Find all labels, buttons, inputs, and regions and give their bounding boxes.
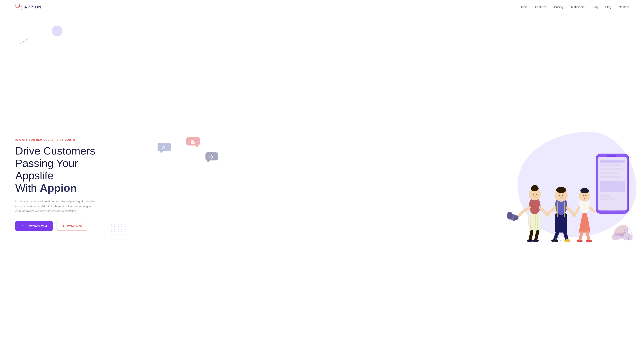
hero-title: Drive Customers Passing Your Appslife Wi…: [15, 145, 115, 194]
download-icon: [21, 224, 24, 228]
brand-name: APPION: [24, 4, 42, 10]
svg-point-61: [583, 195, 584, 196]
deco-circle: [52, 26, 62, 36]
svg-rect-0: [16, 4, 20, 8]
svg-line-38: [530, 232, 532, 240]
main-illustration: [498, 148, 632, 244]
hero-title-line2: Passing Your Appslife: [15, 157, 78, 182]
nav-link-faq[interactable]: Faq: [593, 5, 598, 9]
svg-marker-7: [207, 160, 210, 163]
nav-item-home[interactable]: Home: [520, 5, 528, 9]
svg-point-64: [573, 214, 576, 217]
svg-rect-6: [206, 152, 218, 160]
nav-item-pricing[interactable]: Pricing: [554, 5, 563, 9]
svg-line-67: [587, 232, 589, 240]
svg-rect-15: [600, 181, 625, 192]
nav-link-home[interactable]: Home: [520, 5, 528, 9]
svg-line-33: [518, 212, 523, 216]
hero-left: 30% OFF FOR NEW USERS FOR 1 MONTH Drive …: [15, 138, 115, 230]
svg-point-41: [533, 240, 539, 242]
svg-marker-5: [196, 146, 198, 148]
nav-link-blog[interactable]: Blog: [605, 5, 611, 9]
svg-point-36: [507, 212, 513, 220]
svg-rect-17: [600, 198, 615, 200]
svg-rect-19: [606, 210, 616, 212]
nav-link-contact[interactable]: Contact: [619, 5, 629, 9]
navbar: APPION Home Features Pricing Testimonial…: [0, 0, 644, 14]
nav-link-features[interactable]: Features: [535, 5, 546, 9]
nav-item-contact[interactable]: Contact: [619, 5, 629, 9]
svg-rect-10: [600, 160, 625, 162]
hero-section: 30% OFF FOR NEW USERS FOR 1 MONTH Drive …: [0, 14, 644, 359]
hero-title-line1: Drive Customers: [15, 145, 95, 157]
svg-rect-12: [600, 168, 623, 170]
svg-point-68: [576, 240, 583, 242]
nav-item-features[interactable]: Features: [535, 5, 546, 9]
svg-point-29: [532, 185, 538, 190]
svg-rect-11: [600, 164, 621, 166]
svg-rect-18: [606, 156, 616, 158]
hero-description: Lorem ipsum dolor sit amet consectetur a…: [15, 199, 96, 214]
svg-line-39: [536, 232, 538, 240]
deco-line: [20, 38, 28, 44]
hero-title-line3-plain: With: [15, 182, 40, 194]
svg-point-40: [527, 240, 533, 242]
hero-cta: Download V1.4 Watch Now: [15, 221, 115, 231]
svg-point-47: [556, 187, 566, 193]
svg-line-24: [535, 214, 536, 231]
svg-point-60: [580, 188, 589, 194]
chat-bubble-1: [157, 142, 172, 154]
svg-line-65: [590, 208, 594, 212]
svg-point-51: [545, 213, 549, 216]
play-icon: [62, 224, 65, 228]
chat-bubble-2: [186, 137, 201, 148]
svg-point-49: [562, 194, 563, 196]
svg-line-55: [565, 232, 567, 240]
svg-point-69: [586, 240, 592, 242]
svg-point-30: [533, 194, 534, 195]
svg-rect-14: [600, 176, 622, 178]
svg-line-25: [538, 214, 538, 231]
hero-illustration: [115, 127, 629, 242]
svg-line-23: [533, 214, 533, 231]
promo-label: 30% OFF FOR NEW USERS FOR 1 MONTH: [15, 138, 115, 141]
svg-line-22: [530, 214, 531, 230]
svg-point-48: [559, 194, 560, 196]
logo-icon: [15, 4, 22, 11]
svg-point-57: [564, 239, 570, 242]
svg-rect-16: [600, 195, 612, 197]
nav-item-blog[interactable]: Blog: [605, 5, 611, 9]
nav-item-faq[interactable]: Faq: [593, 5, 598, 9]
nav-link-pricing[interactable]: Pricing: [554, 5, 563, 9]
watch-now-button[interactable]: Watch Now: [56, 221, 88, 230]
nav-link-testimonial[interactable]: Testimonial: [570, 5, 585, 9]
hero-title-brand: Appion: [40, 182, 77, 194]
svg-line-37: [540, 208, 546, 213]
nav-links: Home Features Pricing Testimonial Faq Bl…: [520, 5, 629, 9]
download-button[interactable]: Download V1.4: [15, 221, 53, 231]
svg-point-62: [585, 195, 586, 196]
svg-rect-1: [18, 6, 22, 10]
svg-marker-3: [160, 151, 163, 154]
svg-line-66: [580, 232, 582, 240]
svg-rect-42: [555, 213, 567, 232]
svg-point-31: [536, 194, 537, 195]
nav-item-testimonial[interactable]: Testimonial: [570, 5, 585, 9]
logo[interactable]: APPION: [15, 4, 42, 11]
dots-decoration: [111, 224, 126, 235]
chat-bubble-3: [205, 152, 220, 163]
svg-rect-13: [600, 172, 619, 174]
